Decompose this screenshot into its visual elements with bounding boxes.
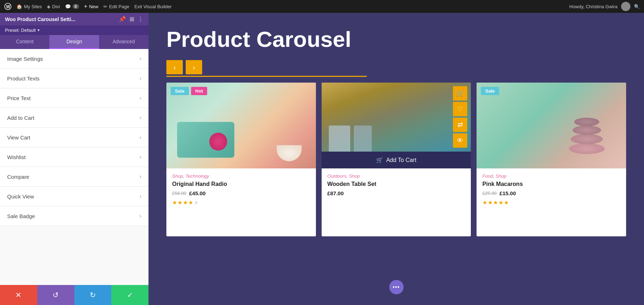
stars-macaron: ★★★★★	[482, 199, 620, 206]
card-category-radio: Shop, Technology	[172, 173, 310, 179]
product-card-macaron: Sale Food, Shop Pink Macarons £25.00 £15…	[477, 83, 626, 236]
bowl-shape	[277, 145, 302, 161]
divi-link[interactable]: ◈ Divi	[47, 4, 60, 9]
accordion-header-compare[interactable]: Compare ›	[0, 167, 148, 186]
admin-bar: W 🏠 My Sites ◈ Divi 💬 0 + New ✏ Edit Pag…	[0, 0, 644, 13]
sidebar-tabs: Content Design Advanced	[0, 35, 148, 49]
wp-logo-icon[interactable]: W	[4, 3, 11, 10]
divi-icon: ◈	[47, 4, 50, 9]
radio-dial-shape	[209, 133, 227, 151]
chevron-icon: ›	[140, 154, 141, 160]
comment-icon: 💬	[65, 4, 71, 9]
quickview-action-button[interactable]: 👁	[453, 133, 467, 148]
products-row: Sale Hot Shop, Technology Original Hand …	[166, 83, 626, 273]
accordion-header-image-settings[interactable]: Image Settings ›	[0, 49, 148, 68]
card-body-macaron: Food, Shop Pink Macarons £25.00 £15.00 ★…	[477, 168, 626, 236]
star-empty: ★	[194, 200, 199, 206]
svg-text:W: W	[6, 4, 10, 9]
accordion-view-cart: View Cart ›	[0, 128, 148, 147]
sale-badge: Sale	[171, 87, 189, 95]
chevron-icon: ›	[140, 134, 141, 141]
accordion-header-wishlist[interactable]: Wishlist ›	[0, 147, 148, 167]
accordion-header-price-text[interactable]: Price Text ›	[0, 88, 148, 108]
chevron-down-icon: ▾	[38, 28, 40, 33]
search-icon[interactable]: 🔍	[634, 4, 640, 9]
edit-page-link[interactable]: ✏ Edit Page	[103, 4, 129, 9]
product-image-macaron: Sale	[477, 83, 626, 168]
chevron-icon: ›	[140, 193, 141, 200]
preset-bar[interactable]: Preset: Default ▾	[0, 25, 148, 35]
price-regular-table: £87.00	[327, 190, 344, 196]
carousel-prev-button[interactable]: ‹	[166, 60, 183, 74]
product-image-table: 🛒 ♡ ⇄ 👁 🛒 Add To Cart	[322, 83, 471, 168]
accordion-product-texts: Product Texts ›	[0, 69, 148, 88]
card-title-radio: Original Hand Radio	[172, 181, 310, 187]
price-sale-macaron: £15.00	[499, 190, 516, 196]
cancel-button[interactable]: ✕	[0, 285, 37, 305]
sidebar: Woo Product Carousel Setti... 📌 ⊞ ⋮ Pres…	[0, 13, 148, 305]
avatar	[621, 2, 630, 11]
macaron-shape-2	[571, 134, 603, 144]
sidebar-header-icons: 📌 ⊞ ⋮	[119, 16, 143, 23]
exit-visual-builder-link[interactable]: Exit Visual Builder	[134, 4, 172, 9]
tab-content[interactable]: Content	[0, 35, 49, 49]
plus-icon: +	[84, 3, 87, 10]
my-sites-link[interactable]: 🏠 My Sites	[16, 4, 42, 9]
new-link[interactable]: + New	[84, 3, 98, 10]
carousel-dots-button[interactable]: •••	[389, 280, 404, 294]
product-image-radio: Sale Hot	[166, 83, 316, 168]
undo-button[interactable]: ↺	[37, 285, 74, 305]
pin-icon[interactable]: 📌	[119, 16, 126, 23]
sidebar-header: Woo Product Carousel Setti... 📌 ⊞ ⋮	[0, 13, 148, 25]
chevron-icon: ›	[140, 55, 141, 62]
tab-design[interactable]: Design	[49, 35, 99, 49]
accordion-image-settings: Image Settings ›	[0, 49, 148, 69]
stars-radio: ★★★★★	[172, 199, 310, 206]
price-original-radio: £56.00	[172, 191, 186, 196]
main-layout: Woo Product Carousel Setti... 📌 ⊞ ⋮ Pres…	[0, 13, 644, 305]
accordion-sale-badge: Sale Badge ›	[0, 206, 148, 226]
redo-button[interactable]: ↻	[74, 285, 112, 305]
product-card-table: 🛒 ♡ ⇄ 👁 🛒 Add To Cart Outdoors, Shop Woo…	[322, 83, 471, 236]
sale-badge-macaron: Sale	[481, 87, 499, 95]
menu-icon[interactable]: ⋮	[138, 16, 143, 23]
sidebar-title: Woo Product Carousel Setti...	[5, 16, 119, 22]
card-title-table: Wooden Table Set	[327, 181, 465, 187]
card-actions: 🛒 ♡ ⇄ 👁	[453, 86, 467, 148]
accordion-header-quick-view[interactable]: Quick View ›	[0, 187, 148, 206]
macaron-shape-3	[572, 126, 601, 135]
preset-label: Preset: Default	[5, 28, 36, 33]
chevron-icon: ›	[140, 173, 141, 180]
sidebar-actions: ✕ ↺ ↻ ✓	[0, 285, 148, 305]
accordion-wishlist: Wishlist ›	[0, 147, 148, 167]
tab-advanced[interactable]: Advanced	[99, 35, 148, 49]
carousel-underline	[166, 76, 367, 77]
macaron-shape-4	[574, 118, 599, 126]
comments-link[interactable]: 💬 0	[65, 4, 79, 9]
accordion-add-to-cart: Add to Cart ›	[0, 108, 148, 128]
chevron-icon: ›	[140, 213, 141, 219]
save-button[interactable]: ✓	[111, 285, 148, 305]
admin-bar-right: Howdy, Christina Gwira 🔍	[569, 2, 640, 11]
price-row-table: £87.00	[327, 190, 465, 196]
chevron-icon: ›	[140, 95, 141, 101]
accordion-compare: Compare ›	[0, 167, 148, 187]
price-original-macaron: £25.00	[482, 191, 497, 196]
compare-action-button[interactable]: ⇄	[453, 118, 467, 132]
carousel-controls: ‹ ›	[166, 60, 626, 74]
accordion-header-sale-badge[interactable]: Sale Badge ›	[0, 206, 148, 226]
accordion-header-product-texts[interactable]: Product Texts ›	[0, 69, 148, 88]
grid-icon[interactable]: ⊞	[130, 16, 134, 23]
edit-icon: ✏	[103, 4, 107, 9]
add-to-cart-overlay[interactable]: 🛒 Add To Cart	[322, 152, 471, 168]
cart-action-button[interactable]: 🛒	[453, 86, 467, 100]
accordion-header-add-to-cart[interactable]: Add to Cart ›	[0, 108, 148, 127]
admin-bar-left: W 🏠 My Sites ◈ Divi 💬 0 + New ✏ Edit Pag…	[4, 3, 564, 10]
product-card-radio: Sale Hot Shop, Technology Original Hand …	[166, 83, 316, 236]
wishlist-action-button[interactable]: ♡	[453, 102, 467, 116]
cart-overlay-icon: 🛒	[376, 157, 383, 163]
carousel-next-button[interactable]: ›	[186, 60, 202, 74]
macaron-shape-1	[569, 143, 605, 154]
accordion-header-view-cart[interactable]: View Cart ›	[0, 128, 148, 147]
comments-badge: 0	[73, 4, 79, 9]
